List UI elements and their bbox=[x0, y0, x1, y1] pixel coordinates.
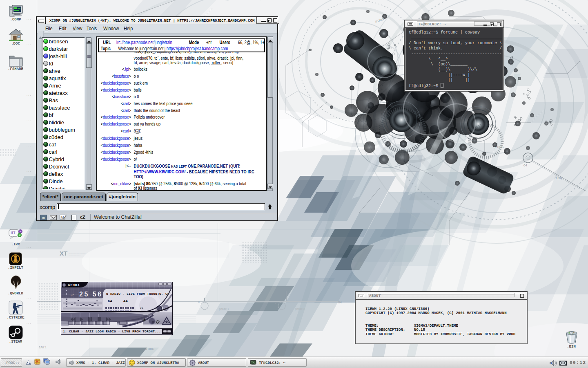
svg-text:.....................: ..................... bbox=[69, 254, 80, 256]
svg-text:04: 04 bbox=[338, 301, 342, 304]
svg-text:02: 02 bbox=[174, 352, 177, 355]
svg-text:N RADIO - LIVE FROM TORONTO, C: N RADIO - LIVE FROM TORONTO, CF bbox=[106, 292, 169, 296]
svg-text:64: 64 bbox=[108, 299, 112, 303]
svg-text::>: :> bbox=[70, 293, 74, 296]
svg-text:XT: XT bbox=[60, 250, 67, 257]
svg-text:<>: <> bbox=[140, 306, 144, 310]
svg-text:25 56: 25 56 bbox=[79, 291, 103, 298]
svg-text:T.00): T.00) bbox=[555, 177, 562, 180]
svg-text:»: » bbox=[274, 302, 276, 305]
svg-text:phase 1: phase 1 bbox=[219, 307, 229, 311]
svg-text:2A0 \\: 2A0 \\ bbox=[39, 346, 46, 349]
svg-text:HI: HI bbox=[11, 231, 16, 236]
svg-text:// ORG: // ORG bbox=[145, 348, 154, 350]
svg-text:»: » bbox=[198, 300, 200, 304]
svg-text:04: 04 bbox=[523, 164, 527, 167]
svg-text:1. CLEAR - JAZZ LOON RADIO - L: 1. CLEAR - JAZZ LOON RADIO - LIVE FROM T… bbox=[63, 330, 161, 333]
svg-text:phase 2: phase 2 bbox=[295, 307, 305, 311]
svg-text:A200X: A200X bbox=[68, 283, 80, 287]
svg-text:44: 44 bbox=[123, 299, 128, 303]
